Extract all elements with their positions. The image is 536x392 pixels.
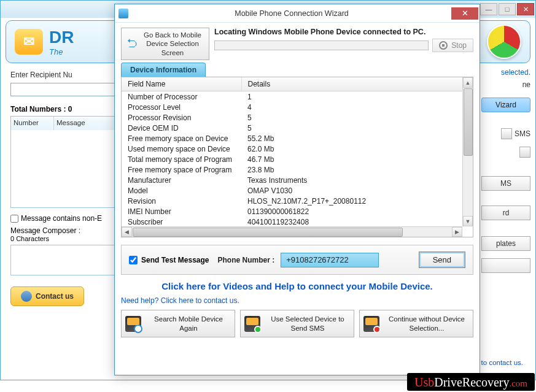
table-row[interactable]: IMEI Number011390000061822	[122, 206, 473, 217]
field-name-cell: Processor Level	[122, 102, 241, 112]
mail-icon: ✉	[15, 29, 43, 55]
field-name-cell: Revision	[122, 196, 241, 206]
main-maximize-button[interactable]: □	[499, 3, 516, 15]
continue-without-device-label: Continue without Device Selection...	[384, 315, 469, 332]
details-cell: HLOS_N2.10M7.2_P17+_20080112	[241, 196, 473, 206]
selected-text: selected.	[481, 68, 530, 77]
phone-number-input[interactable]	[281, 253, 379, 267]
send-test-checkbox-row[interactable]: Send Test Message	[129, 256, 209, 264]
device-ok-icon	[244, 316, 260, 332]
table-row[interactable]: Total memory space of Program46.7 Mb	[122, 154, 473, 164]
progress-bar	[214, 40, 429, 50]
send-test-panel: Send Test Message Phone Number : Send	[121, 245, 473, 275]
continue-without-device-button[interactable]: Continue without Device Selection...	[359, 310, 473, 337]
scroll-up-icon[interactable]: ▲	[463, 77, 473, 88]
device-info-table-box: Field Name Details Number of Processor1P…	[121, 77, 473, 237]
stop-icon	[439, 41, 448, 50]
field-name-cell: IMEI Number	[122, 206, 241, 217]
tab-device-information[interactable]: Device Information	[121, 63, 206, 77]
table-row[interactable]: Number of Processor1	[122, 91, 473, 102]
back-arrow-icon: ⮌	[126, 37, 138, 51]
use-selected-device-button[interactable]: Use Selected Device to Send SMS	[240, 310, 354, 337]
vertical-scrollbar[interactable]: ▲ ▼	[462, 77, 473, 226]
main-minimize-button[interactable]: —	[480, 3, 497, 15]
grid-header-number: Number	[11, 117, 54, 130]
table-row[interactable]: Device OEM ID5	[122, 123, 473, 133]
table-row[interactable]: RevisionHLOS_N2.10M7.2_P17+_20080112	[122, 196, 473, 206]
contact-us-label: Contact us	[36, 292, 74, 301]
right-pane: selected. ne Vizard SMS MS rd plates	[481, 68, 530, 316]
user-icon	[21, 291, 32, 302]
plates-button[interactable]: plates	[481, 236, 530, 251]
field-name-cell: Free memory space of Program	[122, 164, 241, 175]
table-row[interactable]: Free memory space of Program23.8 Mb	[122, 164, 473, 175]
details-cell: 1	[241, 91, 473, 102]
scroll-right-icon[interactable]: ▶	[452, 227, 462, 237]
phone-number-label: Phone Number :	[217, 256, 274, 264]
device-search-icon	[125, 316, 141, 332]
scroll-thumb[interactable]	[464, 88, 473, 156]
ms-button[interactable]: MS	[481, 176, 530, 191]
dropdown-icon[interactable]	[519, 147, 530, 158]
details-cell: 404100119232408	[241, 217, 473, 227]
logo-area: ✉ DR The	[15, 28, 74, 56]
field-name-cell: Free memory space on Device	[122, 133, 241, 144]
field-name-cell: Used memory space on Device	[122, 144, 241, 154]
scroll-thumb[interactable]	[133, 228, 403, 237]
main-close-button[interactable]: ✕	[517, 3, 534, 15]
recipient-input[interactable]	[10, 83, 115, 96]
sms-dropdown-row: SMS	[481, 128, 530, 139]
logo-text: DR	[49, 28, 74, 47]
horizontal-scrollbar[interactable]: ◀ ▶	[122, 226, 462, 237]
send-button[interactable]: Send	[419, 252, 465, 268]
blank-button[interactable]	[481, 258, 530, 273]
details-cell: 4	[241, 102, 473, 112]
url-part1: Usb	[414, 375, 434, 389]
search-device-again-button[interactable]: Search Mobile Device Again	[121, 310, 235, 337]
url-part2: DriveRecovery	[434, 375, 509, 389]
rd-button[interactable]: rd	[481, 206, 530, 220]
table-row[interactable]: ManufacturerTexas Instruments	[122, 175, 473, 185]
help-video-link[interactable]: Click here for Videos and Help to connec…	[121, 281, 473, 291]
scroll-down-icon[interactable]: ▼	[463, 216, 473, 226]
details-cell: Texas Instruments	[241, 175, 473, 185]
details-cell: 46.7 Mb	[241, 154, 473, 164]
wizard-app-icon	[118, 9, 128, 18]
details-cell: 011390000061822	[241, 206, 473, 217]
details-cell: 55.2 Mb	[241, 133, 473, 144]
table-row[interactable]: Free memory space on Device55.2 Mb	[122, 133, 473, 144]
table-row[interactable]: Processor Level4	[122, 102, 473, 112]
locating-title: Locating Windows Mobile Phone Device con…	[214, 28, 473, 36]
nonlatin-checkbox[interactable]	[10, 215, 18, 223]
pie-chart-icon	[487, 25, 521, 59]
use-selected-device-label: Use Selected Device to Send SMS	[265, 315, 350, 332]
field-name-cell: Total memory space of Program	[122, 154, 241, 164]
search-device-again-label: Search Mobile Device Again	[146, 315, 231, 332]
wizard-titlebar: Mobile Phone Connection Wizard ✕	[115, 4, 480, 23]
field-name-cell: Manufacturer	[122, 175, 241, 185]
contact-us-button[interactable]: Contact us	[10, 286, 84, 306]
details-cell: 5	[241, 123, 473, 133]
ne-text: ne	[481, 80, 530, 89]
table-row[interactable]: Used memory space on Device62.0 Mb	[122, 144, 473, 154]
go-back-button[interactable]: ⮌ Go Back to Mobile Device Selection Scr…	[121, 28, 209, 60]
table-row[interactable]: Processor Revision5	[122, 112, 473, 123]
table-header-field[interactable]: Field Name	[122, 77, 241, 91]
send-test-label: Send Test Message	[141, 256, 209, 264]
wizard-close-button[interactable]: ✕	[451, 7, 478, 20]
wizard-title: Mobile Phone Connection Wizard	[132, 9, 451, 18]
url-watermark: UsbDriveRecovery.com	[407, 373, 535, 391]
table-row[interactable]: ModelOMAP V1030	[122, 185, 473, 196]
wizard-tab-button[interactable]: Vizard	[481, 98, 530, 112]
connection-wizard-dialog: Mobile Phone Connection Wizard ✕ ⮌ Go Ba…	[114, 4, 480, 375]
dropdown-icon[interactable]	[501, 128, 512, 139]
need-help-contact-link[interactable]: Need help? Click here to contact us.	[121, 296, 473, 305]
go-back-label: Go Back to Mobile Device Selection Scree…	[141, 31, 204, 57]
send-test-checkbox[interactable]	[129, 256, 138, 264]
stop-button[interactable]: Stop	[432, 39, 473, 52]
scroll-left-icon[interactable]: ◀	[122, 227, 132, 237]
table-row[interactable]: Subscriber404100119232408	[122, 217, 473, 227]
field-name-cell: Subscriber	[122, 217, 241, 227]
details-cell: 23.8 Mb	[241, 164, 473, 175]
table-header-details[interactable]: Details	[241, 77, 473, 91]
